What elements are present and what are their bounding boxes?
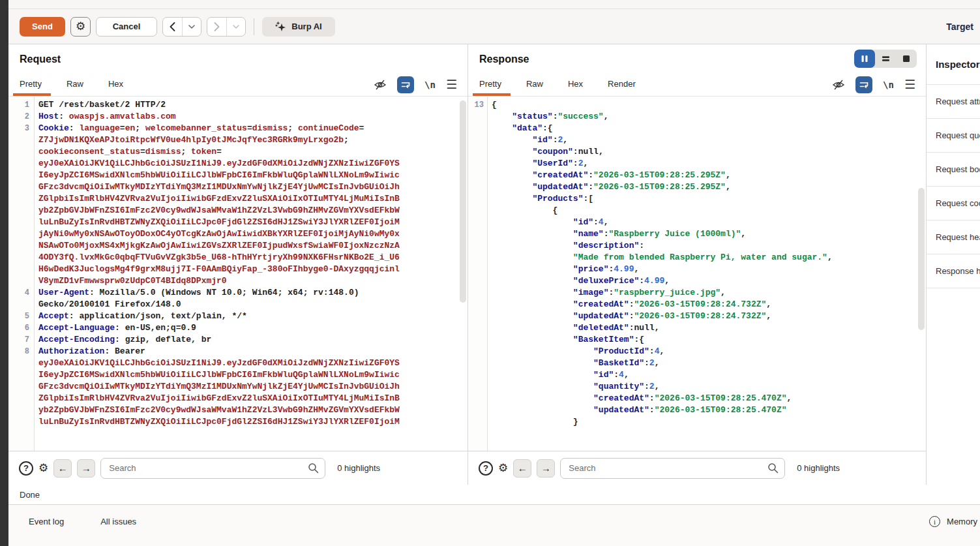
request-scrollbar[interactable] [460, 100, 466, 303]
history-forward-group [207, 17, 246, 37]
inspector-sections: Request attributesRequest query paramete… [927, 85, 980, 288]
editor-menu-icon[interactable]: ☰ [446, 78, 457, 91]
inspector-section[interactable]: Request attributes [927, 85, 980, 119]
history-back-group [162, 17, 201, 37]
response-line-numbers: 13 [468, 97, 488, 451]
inspector-section[interactable]: Request query parameters [927, 119, 980, 153]
newline-chars-icon[interactable]: \n [424, 80, 436, 90]
burp-repeater-window: Send ⚙ Cancel [0, 0, 980, 546]
layout-toggle-group [854, 50, 917, 68]
response-editor[interactable]: 13 { "status":"success", "data":{ "id":2… [468, 97, 926, 451]
target-panel-header: Target [946, 22, 973, 32]
request-tabs: Pretty Raw Hex \n ☰ [8, 73, 468, 97]
history-forward-button[interactable] [207, 18, 226, 36]
chevron-right-icon [214, 22, 220, 31]
left-dark-strip [0, 0, 8, 546]
layout-rows-button[interactable] [875, 50, 896, 68]
response-highlights-count: 0 highlights [797, 463, 840, 473]
status-done-label: Done [20, 490, 40, 500]
gear-icon: ⚙ [76, 21, 85, 32]
help-icon[interactable]: ? [479, 461, 493, 476]
search-icon [767, 463, 779, 474]
cancel-button[interactable]: Cancel [96, 17, 157, 37]
next-match-button[interactable]: → [537, 459, 555, 478]
layout-single-button[interactable] [896, 50, 917, 68]
history-back-button[interactable] [163, 18, 182, 36]
response-tabs: Pretty Raw Hex Render \n ☰ [468, 73, 926, 97]
response-tab-hex[interactable]: Hex [568, 74, 583, 95]
inspector-section[interactable]: Request body parameters [927, 153, 980, 187]
inspector-section[interactable]: Request cookies [927, 187, 980, 220]
inspector-section[interactable]: Response headers [927, 254, 980, 288]
response-scrollbar[interactable] [918, 188, 925, 330]
all-issues-tab[interactable]: All issues [100, 517, 136, 526]
next-match-button[interactable]: → [77, 459, 95, 478]
send-settings-button[interactable]: ⚙ [70, 17, 91, 37]
history-forward-dropdown[interactable] [226, 18, 245, 36]
request-highlights-count: 0 highlights [337, 463, 380, 473]
inspector-heading: Inspector [927, 44, 980, 85]
request-tab-pretty[interactable]: Pretty [20, 74, 42, 95]
window-top-edge [8, 0, 980, 9]
help-icon[interactable]: ? [19, 461, 33, 476]
info-icon: i [929, 516, 940, 527]
sparkles-icon [275, 21, 286, 32]
request-tab-hex[interactable]: Hex [108, 74, 123, 95]
search-settings-icon[interactable]: ⚙ [498, 463, 508, 474]
layout-columns-button[interactable] [854, 50, 875, 68]
prev-match-button[interactable]: ← [53, 459, 72, 478]
hide-nonprintable-icon[interactable] [832, 79, 845, 91]
repeater-toolbar: Send ⚙ Cancel [8, 9, 980, 44]
burp-ai-label: Burp AI [291, 22, 321, 31]
word-wrap-icon[interactable] [397, 76, 414, 93]
send-button[interactable]: Send [20, 17, 65, 37]
chevron-left-icon [170, 22, 175, 31]
editor-menu-icon[interactable]: ☰ [904, 78, 915, 91]
history-back-dropdown[interactable] [182, 18, 201, 36]
editors-area: Request Pretty Raw Hex \n ☰ [8, 44, 980, 485]
inspector-section[interactable]: Request headers [927, 220, 980, 254]
request-search-input[interactable] [100, 458, 325, 479]
request-editor[interactable]: 12345678 GET /rest/basket/2 HTTP/2Host: … [8, 97, 468, 451]
memory-label: Memory [947, 517, 977, 526]
search-settings-icon[interactable]: ⚙ [38, 463, 48, 474]
response-title: Response [479, 53, 529, 65]
request-title: Request [20, 53, 61, 65]
chevron-down-icon [188, 25, 195, 29]
event-log-tab[interactable]: Event log [29, 517, 64, 526]
request-line-numbers: 12345678 [8, 97, 35, 451]
response-panel: Response Pretty R [468, 44, 926, 485]
response-code: { "status":"success", "data":{ "id":2, "… [488, 97, 926, 451]
memory-indicator[interactable]: i Memory [929, 516, 977, 527]
response-tab-pretty[interactable]: Pretty [479, 74, 501, 95]
status-row: Done [8, 485, 980, 505]
chevron-down-icon [233, 25, 239, 29]
toolbar-separator [254, 18, 254, 35]
burp-ai-button[interactable]: Burp AI [262, 17, 335, 37]
newline-chars-icon[interactable]: \n [883, 80, 894, 90]
response-tab-render[interactable]: Render [608, 74, 636, 95]
request-tab-raw[interactable]: Raw [67, 74, 83, 95]
response-search-input[interactable] [560, 458, 785, 479]
hide-nonprintable-icon[interactable] [374, 79, 387, 91]
request-search-bar: ? ⚙ ← → 0 highlights [8, 451, 468, 485]
response-tab-raw[interactable]: Raw [526, 74, 543, 95]
request-code: GET /rest/basket/2 HTTP/2Host: owaspjs.a… [35, 97, 468, 451]
bottom-bar: Event log All issues i Memory [8, 505, 980, 546]
response-search-bar: ? ⚙ ← → 0 highlights [468, 451, 926, 485]
search-icon [308, 463, 319, 474]
word-wrap-icon[interactable] [855, 76, 872, 93]
inspector-panel: Inspector Request attributesRequest quer… [927, 44, 980, 485]
prev-match-button[interactable]: ← [513, 459, 531, 478]
request-panel: Request Pretty Raw Hex \n ☰ [8, 44, 468, 485]
